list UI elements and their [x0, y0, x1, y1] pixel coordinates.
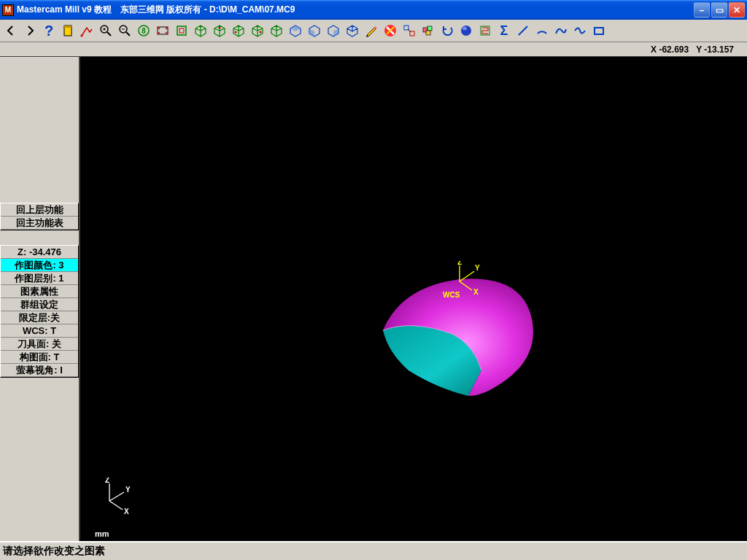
svg-line-30 — [519, 26, 527, 35]
repaint-button[interactable] — [172, 21, 191, 40]
status-tool-plane[interactable]: 刀具面: 关 — [1, 338, 78, 351]
xform-button[interactable] — [419, 21, 438, 40]
window-titlebar: M Mastercam Mill v9 教程 东部三维网 版权所有 - D:\D… — [0, 0, 747, 20]
svg-line-41 — [109, 501, 123, 510]
window-title: Mastercam Mill v9 教程 东部三维网 版权所有 - D:\D\M… — [17, 4, 295, 16]
gview-1-button[interactable] — [191, 21, 210, 40]
svg-line-8 — [126, 32, 130, 36]
rect-tool-button[interactable] — [589, 21, 608, 40]
prompt-text: 请选择欲作改变之图素 — [3, 545, 105, 558]
svg-rect-31 — [595, 28, 603, 34]
status-draw-color[interactable]: 作图颜色: 3 — [1, 259, 78, 272]
units-label: mm — [95, 529, 109, 538]
svg-point-28 — [462, 27, 467, 31]
cplane-top-button[interactable] — [286, 21, 305, 40]
svg-text:Z: Z — [457, 261, 462, 266]
gview-2-button[interactable] — [210, 21, 229, 40]
svg-text:8: 8 — [142, 27, 146, 35]
toolpath-button[interactable] — [476, 21, 495, 40]
model-surface — [306, 254, 540, 414]
svg-line-34 — [460, 281, 472, 290]
arc-tool-button[interactable] — [533, 21, 551, 40]
svg-text:X: X — [473, 288, 479, 296]
svg-point-15 — [219, 27, 221, 29]
close-button[interactable]: ✕ — [729, 2, 745, 18]
coord-y: Y -13.157 — [696, 44, 734, 55]
gview-4-button[interactable] — [248, 21, 267, 40]
nav-back-button[interactable] — [1, 21, 20, 40]
status-constr-plane[interactable]: 构图面: T — [1, 351, 78, 364]
main-toolbar: ? 8 Σ — [0, 20, 747, 42]
shade-button[interactable] — [457, 21, 476, 40]
maximize-button[interactable]: ▭ — [711, 2, 727, 18]
svg-text:Y: Y — [125, 486, 131, 494]
analyze-button[interactable] — [77, 21, 96, 40]
svg-text:Z: Z — [105, 478, 109, 484]
coord-x: X -62.693 — [651, 44, 689, 55]
zoom-in-button[interactable] — [96, 21, 115, 40]
svg-line-40 — [109, 492, 124, 501]
minimize-button[interactable]: – — [694, 2, 710, 18]
help-button[interactable]: ? — [39, 21, 58, 40]
svg-line-23 — [408, 29, 411, 32]
spline-tool-button[interactable] — [570, 21, 589, 40]
undo-button[interactable] — [438, 21, 457, 40]
status-draw-layer[interactable]: 作图层别: 1 — [1, 272, 78, 285]
app-icon: M — [2, 4, 14, 16]
svg-line-33 — [460, 271, 474, 281]
file-button[interactable] — [58, 21, 77, 40]
status-z[interactable]: Z: -34.476 — [1, 246, 78, 259]
draw-button[interactable] — [362, 21, 381, 40]
coordinate-bar: X -62.693 Y -13.157 — [0, 42, 747, 57]
fit-button[interactable] — [153, 21, 172, 40]
status-screen-view[interactable]: 萤幕视角: I — [1, 364, 78, 377]
prompt-bar: 请选择欲作改变之图素 — [0, 541, 747, 560]
menu-back-layer[interactable]: 回上层功能 — [1, 203, 78, 217]
svg-rect-13 — [177, 26, 186, 35]
menu-back-main[interactable]: 回主功能表 — [1, 217, 78, 230]
cplane-front-button[interactable] — [305, 21, 324, 40]
svg-rect-1 — [64, 26, 71, 28]
svg-rect-14 — [179, 28, 184, 33]
svg-point-16 — [235, 31, 237, 34]
zoom-8-button[interactable]: 8 — [134, 21, 153, 40]
svg-point-27 — [461, 26, 471, 36]
cplane-side-button[interactable] — [324, 21, 343, 40]
side-menu: 回上层功能 回主功能表 Z: -34.476 作图颜色: 3 作图层别: 1 图… — [0, 57, 80, 541]
gview-3-button[interactable] — [229, 21, 248, 40]
status-wcs[interactable]: WCS: T — [1, 324, 78, 338]
curve-tool-button[interactable] — [551, 21, 570, 40]
graphics-viewport[interactable]: Z Y WCS X Z Y X mm — [80, 57, 747, 541]
modify-button[interactable] — [400, 21, 419, 40]
status-group-set[interactable]: 群组设定 — [1, 298, 78, 311]
svg-rect-25 — [427, 26, 432, 31]
svg-text:X: X — [124, 508, 129, 516]
svg-point-2 — [81, 35, 83, 37]
zoom-window-button[interactable] — [115, 21, 134, 40]
svg-rect-26 — [426, 31, 430, 35]
status-limit-layer[interactable]: 限定层:关 — [1, 311, 78, 324]
sigma-button[interactable]: Σ — [495, 21, 514, 40]
cplane-iso-button[interactable] — [343, 21, 362, 40]
wcs-triad: Z Y WCS X — [441, 261, 485, 303]
nav-forward-button[interactable] — [20, 21, 39, 40]
line-tool-button[interactable] — [514, 21, 533, 40]
gview-5-button[interactable] — [267, 21, 286, 40]
view-triad: Z Y X — [95, 478, 135, 519]
delete-button[interactable] — [381, 21, 400, 40]
svg-point-17 — [260, 31, 262, 34]
status-elem-attr[interactable]: 图素属性 — [1, 285, 78, 298]
svg-text:Y: Y — [475, 264, 480, 272]
svg-line-4 — [107, 32, 111, 36]
svg-text:WCS: WCS — [443, 291, 460, 299]
